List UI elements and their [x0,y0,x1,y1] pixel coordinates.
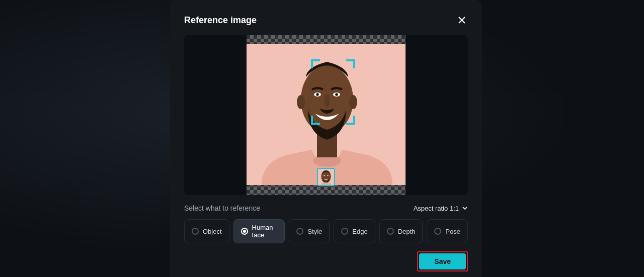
close-icon [458,16,466,24]
radio-icon [434,228,441,235]
option-label: Object [203,228,222,235]
image-preview-container [184,35,468,195]
option-label: Depth [398,228,416,235]
modal-title: Reference image [184,15,257,26]
aspect-ratio-label: Aspect ratio 1:1 [414,205,459,212]
option-pose[interactable]: Pose [427,219,468,243]
reference-image-preview[interactable] [247,44,406,185]
radio-icon [296,228,303,235]
chevron-down-icon [462,205,468,211]
option-depth[interactable]: Depth [379,219,423,243]
radio-icon [241,228,248,235]
option-style[interactable]: Style [289,219,330,243]
svg-point-15 [327,175,329,176]
close-button[interactable] [456,14,468,26]
option-label: Human face [252,224,278,239]
controls-row: Select what to reference Aspect ratio 1:… [184,204,468,212]
svg-point-9 [316,93,319,96]
option-label: Pose [445,228,460,235]
option-object[interactable]: Object [184,219,229,243]
option-human-face[interactable]: Human face [233,219,285,243]
modal-footer: Save [184,251,468,271]
svg-point-14 [324,175,325,176]
radio-icon [192,228,199,235]
face-thumbnail[interactable] [317,168,335,186]
reference-image-modal: Reference image [170,0,482,277]
radio-icon [387,228,394,235]
save-highlight: Save [417,251,468,271]
option-edge[interactable]: Edge [334,219,375,243]
option-label: Style [307,228,322,235]
aspect-ratio-dropdown[interactable]: Aspect ratio 1:1 [414,205,468,212]
modal-header: Reference image [184,14,468,26]
reference-options: Object Human face Style Edge Depth Pose [184,219,468,243]
save-button[interactable]: Save [419,253,466,269]
svg-point-6 [297,95,305,109]
radio-icon [341,228,348,235]
option-label: Edge [352,228,367,235]
svg-point-11 [335,93,338,96]
svg-point-13 [321,170,331,183]
select-reference-label: Select what to reference [184,204,260,212]
svg-point-7 [349,95,357,109]
